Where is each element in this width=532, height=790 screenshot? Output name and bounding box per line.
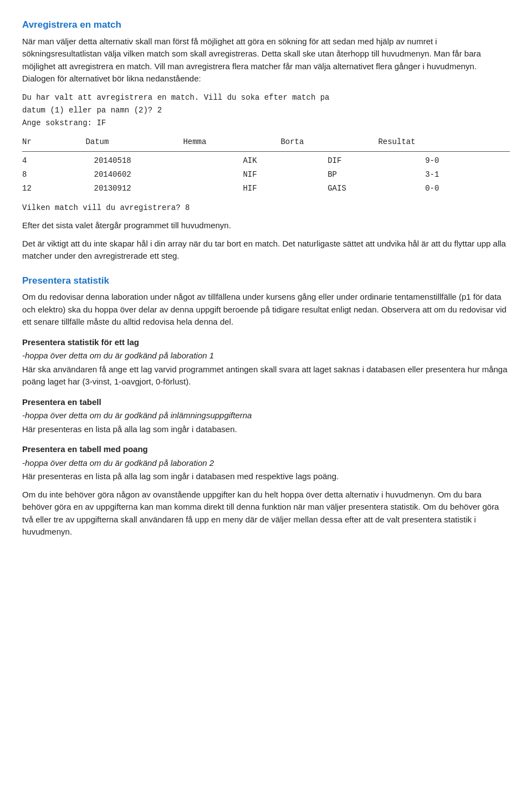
- cell-0-0: 4: [22, 154, 94, 168]
- col-nr: Nr: [22, 135, 85, 149]
- cell-1-3: BP: [328, 168, 425, 182]
- table-row: 420140518AIKDIF9-0: [22, 154, 510, 168]
- subsection-body-2: Här presenteras en lista på alla lag som…: [22, 470, 510, 483]
- match-table: Nr Datum Hemma Borta Resultat: [22, 135, 510, 149]
- section2-final: Om du inte behöver göra någon av ovanstå…: [22, 489, 510, 538]
- table-row: 820140602NIFBP3-1: [22, 168, 510, 182]
- mono-line-3: Ange sokstrang: IF: [22, 119, 106, 127]
- mono-dialog: Du har valt att avregistrera en match. V…: [22, 91, 510, 130]
- after-table-text: Efter det sista valet återgår programmet…: [22, 219, 510, 232]
- cell-0-4: 9-0: [425, 154, 510, 168]
- match-table-body: 420140518AIKDIF9-0820140602NIFBP3-112201…: [22, 154, 510, 196]
- cell-0-1: 20140518: [94, 154, 243, 168]
- col-hemma: Hemma: [183, 135, 280, 149]
- mono-line-1: Du har valt att avregistrera en match. V…: [22, 93, 330, 102]
- table-row: 1220130912HIFGAIS0-0: [22, 182, 510, 196]
- cell-2-2: HIF: [243, 182, 328, 196]
- table-divider: [22, 151, 510, 152]
- col-borta: Borta: [280, 135, 378, 149]
- note-text: Det är viktigt att du inte skapar hål i …: [22, 238, 510, 263]
- table-question-text: Vilken match vill du avregistrera? 8: [22, 203, 190, 212]
- subsection-heading-1: Presentera en tabell: [22, 396, 510, 409]
- cell-2-0: 12: [22, 182, 94, 196]
- section1-paragraph1: När man väljer detta alternativ skall ma…: [22, 35, 510, 85]
- cell-2-4: 0-0: [425, 182, 510, 196]
- section-title-avregistrera: Avregistrera en match: [22, 18, 510, 32]
- subsection-0: Presentera statistik för ett lag-hoppa ö…: [22, 336, 510, 388]
- cell-1-1: 20140602: [94, 168, 243, 182]
- section-title-presentera: Presentera statistik: [22, 274, 510, 288]
- subsections-container: Presentera statistik för ett lag-hoppa ö…: [22, 336, 510, 483]
- subsection-italic-1: -hoppa över detta om du är godkänd på in…: [22, 409, 510, 422]
- cell-1-0: 8: [22, 168, 94, 182]
- table-question: Vilken match vill du avregistrera? 8: [22, 201, 510, 214]
- subsection-heading-0: Presentera statistik för ett lag: [22, 336, 510, 349]
- subsection-2: Presentera en tabell med poang-hoppa öve…: [22, 443, 510, 483]
- mono-line-2: datum (1) eller pa namn (2)? 2: [22, 106, 162, 115]
- col-datum: Datum: [85, 135, 183, 149]
- subsection-heading-2: Presentera en tabell med poang: [22, 443, 510, 456]
- section-presentera: Presentera statistik Om du redovisar den…: [22, 274, 510, 538]
- section-avregistrera: Avregistrera en match När man väljer det…: [22, 18, 510, 263]
- col-resultat: Resultat: [378, 135, 510, 149]
- cell-1-4: 3-1: [425, 168, 510, 182]
- table-header-row: Nr Datum Hemma Borta Resultat: [22, 135, 510, 149]
- cell-2-1: 20130912: [94, 182, 243, 196]
- cell-1-2: NIF: [243, 168, 328, 182]
- cell-2-3: GAIS: [328, 182, 425, 196]
- subsection-italic-2: -hoppa över detta om du är godkänd på la…: [22, 457, 510, 470]
- subsection-body-1: Här presenteras en lista på alla lag som…: [22, 423, 510, 436]
- cell-0-2: AIK: [243, 154, 328, 168]
- match-table-section: Nr Datum Hemma Borta Resultat 420140518A…: [22, 135, 510, 196]
- subsection-1: Presentera en tabell-hoppa över detta om…: [22, 396, 510, 436]
- cell-0-3: DIF: [328, 154, 425, 168]
- subsection-italic-0: -hoppa över detta om du är godkänd på la…: [22, 350, 510, 362]
- subsection-body-0: Här ska användaren få ange ett lag varvi…: [22, 363, 510, 388]
- section2-intro: Om du redovisar denna laboration under n…: [22, 291, 510, 329]
